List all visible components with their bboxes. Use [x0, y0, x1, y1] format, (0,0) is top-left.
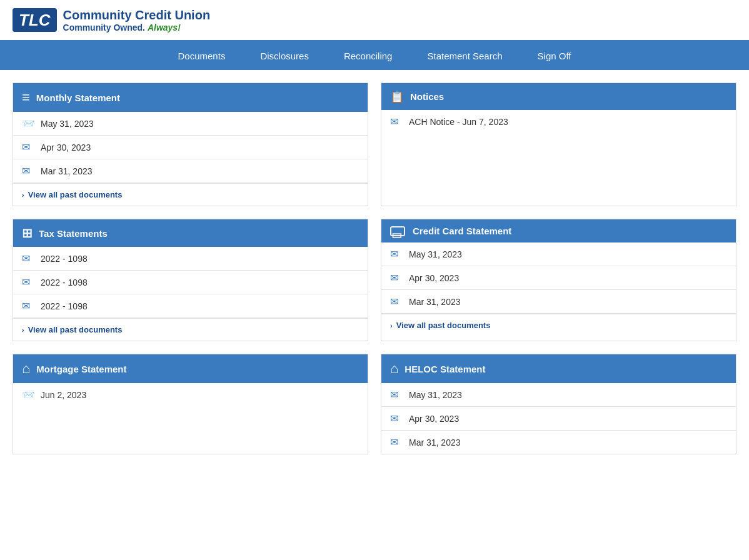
chevron-icon: ›	[22, 326, 24, 334]
heloc-doc-1[interactable]: ✉ May 31, 2023	[381, 383, 736, 407]
heloc-doc-1-label: May 31, 2023	[409, 390, 462, 400]
notices-body: ✉ ACH Notice - Jun 7, 2023	[381, 110, 736, 133]
clipboard-icon	[390, 89, 404, 104]
monthly-statement-header: Monthly Statement	[13, 83, 368, 112]
envelope-open-icon: 📨	[22, 118, 34, 129]
envelope-icon: ✉	[390, 389, 403, 401]
heloc-doc-3[interactable]: ✉ Mar 31, 2023	[381, 431, 736, 454]
nav-sign-off[interactable]: Sign Off	[520, 42, 589, 70]
main-content: Monthly Statement 📨 May 31, 2023 ✉ Apr 3…	[0, 70, 749, 479]
logo-tagline: Always!	[148, 22, 181, 32]
logo-title: Community Credit Union	[63, 8, 211, 22]
notices-section: Notices ✉ ACH Notice - Jun 7, 2023	[381, 82, 736, 206]
row-3: Mortgage Statement 📨 Jun 2, 2023 HELOC S…	[13, 354, 736, 454]
tax-doc-3-label: 2022 - 1098	[41, 301, 88, 311]
cc-doc-1-label: May 31, 2023	[409, 249, 462, 259]
cc-view-all-label: View all past documents	[396, 321, 491, 330]
envelope-icon: ✉	[22, 300, 34, 312]
tax-doc-2-label: 2022 - 1098	[41, 278, 88, 288]
main-nav: Documents Disclosures Reconciling Statem…	[0, 42, 749, 70]
monthly-statement-section: Monthly Statement 📨 May 31, 2023 ✉ Apr 3…	[13, 82, 368, 206]
mortgage-doc-1-label: Jun 2, 2023	[41, 390, 86, 400]
monthly-doc-2[interactable]: ✉ Apr 30, 2023	[13, 136, 368, 159]
credit-card-section: Credit Card Statement ✉ May 31, 2023 ✉ A…	[381, 219, 736, 341]
notices-title: Notices	[410, 91, 444, 102]
envelope-icon: ✉	[390, 436, 403, 448]
envelope-icon: ✉	[390, 412, 403, 424]
credit-card-header: Credit Card Statement	[381, 219, 736, 242]
logo-subtitle-line: Community Owned. Always!	[63, 22, 211, 32]
monthly-view-all-label: View all past documents	[28, 190, 123, 199]
envelope-icon: ✉	[390, 248, 403, 260]
logo-text: Community Credit Union Community Owned. …	[63, 8, 211, 32]
mortgage-header: Mortgage Statement	[13, 354, 368, 383]
tax-statements-body: ✉ 2022 - 1098 ✉ 2022 - 1098 ✉ 2022 - 109…	[13, 247, 368, 341]
doc-icon	[22, 89, 30, 106]
monthly-doc-3[interactable]: ✉ Mar 31, 2023	[13, 159, 368, 183]
heloc-doc-3-label: Mar 31, 2023	[409, 438, 461, 448]
heloc-header: HELOC Statement	[381, 354, 736, 383]
monthly-statement-body: 📨 May 31, 2023 ✉ Apr 30, 2023 ✉ Mar 31, …	[13, 112, 368, 206]
house-icon	[22, 361, 30, 377]
page-header: TLC Community Credit Union Community Own…	[0, 0, 749, 42]
mortgage-doc-1[interactable]: 📨 Jun 2, 2023	[13, 383, 368, 406]
cc-doc-3-label: Mar 31, 2023	[409, 297, 461, 307]
envelope-icon: ✉	[390, 116, 403, 128]
monthly-statement-title: Monthly Statement	[36, 92, 120, 103]
heloc-doc-2[interactable]: ✉ Apr 30, 2023	[381, 407, 736, 431]
chevron-icon: ›	[390, 322, 393, 329]
heloc-body: ✉ May 31, 2023 ✉ Apr 30, 2023 ✉ Mar 31, …	[381, 383, 736, 454]
nav-disclosures[interactable]: Disclosures	[243, 42, 326, 70]
cc-doc-2-label: Apr 30, 2023	[409, 273, 459, 283]
tax-statements-header: Tax Statements	[13, 219, 368, 247]
tax-view-all-label: View all past documents	[28, 325, 123, 334]
envelope-open-icon: 📨	[22, 389, 34, 401]
notices-header: Notices	[381, 83, 736, 110]
tax-doc-3[interactable]: ✉ 2022 - 1098	[13, 294, 368, 318]
tax-statements-title: Tax Statements	[39, 228, 108, 239]
envelope-icon: ✉	[22, 165, 34, 177]
monthly-doc-2-label: Apr 30, 2023	[41, 142, 91, 152]
cc-doc-2[interactable]: ✉ Apr 30, 2023	[381, 266, 736, 290]
credit-card-body: ✉ May 31, 2023 ✉ Apr 30, 2023 ✉ Mar 31, …	[381, 242, 736, 336]
mortgage-body: 📨 Jun 2, 2023	[13, 383, 368, 406]
heloc-doc-2-label: Apr 30, 2023	[409, 414, 459, 424]
logo-tlc-box: TLC	[13, 8, 57, 32]
heloc-section: HELOC Statement ✉ May 31, 2023 ✉ Apr 30,…	[381, 354, 736, 454]
cc-doc-3[interactable]: ✉ Mar 31, 2023	[381, 290, 736, 314]
monthly-view-all[interactable]: › View all past documents	[13, 183, 368, 206]
row-1: Monthly Statement 📨 May 31, 2023 ✉ Apr 3…	[13, 82, 736, 206]
monthly-doc-3-label: Mar 31, 2023	[41, 166, 93, 176]
credit-card-title: Credit Card Statement	[413, 226, 511, 236]
tax-view-all[interactable]: › View all past documents	[13, 318, 368, 341]
row-2: Tax Statements ✉ 2022 - 1098 ✉ 2022 - 10…	[13, 219, 736, 341]
cc-view-all[interactable]: › View all past documents	[381, 314, 736, 336]
cc-doc-1[interactable]: ✉ May 31, 2023	[381, 242, 736, 266]
envelope-icon: ✉	[22, 252, 34, 264]
envelope-icon: ✉	[390, 296, 403, 308]
monthly-doc-1-label: May 31, 2023	[41, 119, 94, 129]
calculator-icon	[22, 226, 33, 241]
nav-reconciling[interactable]: Reconciling	[326, 42, 410, 70]
monthly-doc-1[interactable]: 📨 May 31, 2023	[13, 112, 368, 136]
house-heloc-icon	[390, 361, 398, 377]
envelope-icon: ✉	[390, 272, 403, 284]
heloc-title: HELOC Statement	[405, 364, 485, 374]
mortgage-title: Mortgage Statement	[36, 364, 126, 374]
logo: TLC Community Credit Union Community Own…	[13, 8, 210, 32]
chevron-icon: ›	[22, 191, 24, 199]
envelope-icon: ✉	[22, 276, 34, 288]
notice-doc-1-label: ACH Notice - Jun 7, 2023	[409, 117, 508, 127]
mortgage-section: Mortgage Statement 📨 Jun 2, 2023	[13, 354, 368, 454]
tax-doc-1[interactable]: ✉ 2022 - 1098	[13, 247, 368, 271]
credit-card-icon	[390, 226, 405, 236]
tax-statements-section: Tax Statements ✉ 2022 - 1098 ✉ 2022 - 10…	[13, 219, 368, 341]
tax-doc-1-label: 2022 - 1098	[41, 254, 88, 264]
tax-doc-2[interactable]: ✉ 2022 - 1098	[13, 271, 368, 294]
envelope-icon: ✉	[22, 141, 34, 153]
nav-documents[interactable]: Documents	[161, 42, 243, 70]
logo-subtitle: Community Owned.	[63, 22, 145, 32]
nav-statement-search[interactable]: Statement Search	[410, 42, 520, 70]
notice-doc-1[interactable]: ✉ ACH Notice - Jun 7, 2023	[381, 110, 736, 133]
